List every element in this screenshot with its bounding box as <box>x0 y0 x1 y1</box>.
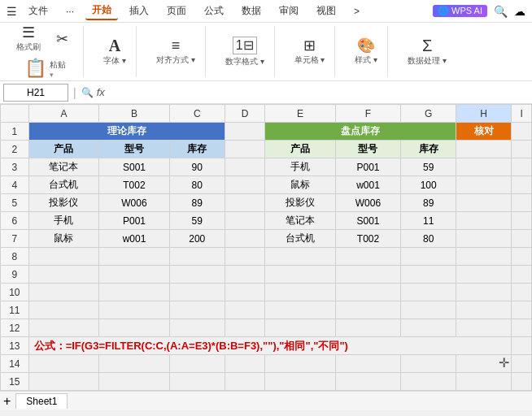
cell-A3[interactable]: 笔记本 <box>28 158 99 176</box>
cell-D8[interactable] <box>225 248 264 266</box>
cell-C5[interactable]: 89 <box>169 194 225 212</box>
cell-H1[interactable]: 核对 <box>456 123 512 141</box>
cell-G14[interactable] <box>401 355 456 373</box>
cell-C9[interactable] <box>169 266 225 284</box>
cell-F2[interactable]: 型号 <box>335 141 400 158</box>
cell-I5[interactable] <box>512 194 532 212</box>
cell-E11[interactable] <box>265 301 336 319</box>
cell-C11[interactable] <box>169 301 225 319</box>
cell-I1[interactable] <box>512 123 532 141</box>
cell-reference-input[interactable]: H21 <box>3 84 68 102</box>
cell-D14[interactable] <box>225 355 264 373</box>
cell-G3[interactable]: 59 <box>401 158 456 176</box>
col-header-E[interactable]: E <box>265 105 336 123</box>
tab-file[interactable]: 文件 <box>22 2 55 20</box>
add-sheet-button[interactable]: + <box>3 394 11 409</box>
sheet-tab-sheet1[interactable]: Sheet1 <box>15 393 68 409</box>
cell-G15[interactable] <box>401 373 456 391</box>
zoom-controls[interactable]: 🔍 <box>81 87 94 98</box>
cell-G10[interactable] <box>401 284 456 301</box>
cell-A12[interactable] <box>28 319 99 337</box>
col-header-B[interactable]: B <box>99 105 170 123</box>
cell-A4[interactable]: 台式机 <box>28 176 99 194</box>
cell-G8[interactable] <box>401 248 456 266</box>
cell-H12[interactable] <box>456 319 512 337</box>
cell-A13-formula[interactable]: 公式：=IF(G3=FILTER(C:C,(A:A=E3)*(B:B=F3),"… <box>28 337 512 355</box>
cell-I10[interactable] <box>512 284 532 301</box>
cell-A10[interactable] <box>28 284 99 301</box>
cell-A6[interactable]: 手机 <box>28 212 99 230</box>
alignment-button[interactable]: ≡ 对齐方式 ▾ <box>153 37 198 67</box>
col-header-G[interactable]: G <box>401 105 456 123</box>
tab-more[interactable]: ··· <box>59 4 81 19</box>
wps-ai-button[interactable]: 🌐 WPS AI <box>433 5 487 17</box>
cell-A14[interactable] <box>28 355 99 373</box>
cell-E7[interactable]: 台式机 <box>265 230 336 248</box>
cell-F8[interactable] <box>335 248 400 266</box>
cell-B2[interactable]: 型号 <box>99 141 170 158</box>
col-header-D[interactable]: D <box>225 105 264 123</box>
cell-D3[interactable] <box>225 158 264 176</box>
cell-E3[interactable]: 手机 <box>265 158 336 176</box>
cell-C6[interactable]: 59 <box>169 212 225 230</box>
paste-button[interactable]: 📋 粘贴 ▾ <box>21 56 69 80</box>
cell-G11[interactable] <box>401 301 456 319</box>
cell-B12[interactable] <box>99 319 170 337</box>
cell-C15[interactable] <box>169 373 225 391</box>
cell-H14[interactable]: ✛ <box>456 355 512 373</box>
tab-page[interactable]: 页面 <box>160 2 193 20</box>
cell-E9[interactable] <box>265 266 336 284</box>
cell-C8[interactable] <box>169 248 225 266</box>
col-header-A[interactable]: A <box>28 105 99 123</box>
cell-E14[interactable] <box>265 355 336 373</box>
cell-A11[interactable] <box>28 301 99 319</box>
cell-H8[interactable] <box>456 248 512 266</box>
cell-B6[interactable]: P001 <box>99 212 170 230</box>
cell-D11[interactable] <box>225 301 264 319</box>
col-header-F[interactable]: F <box>335 105 400 123</box>
cell-D1[interactable] <box>225 123 264 141</box>
cell-G9[interactable] <box>401 266 456 284</box>
cell-I3[interactable] <box>512 158 532 176</box>
cell-H15[interactable] <box>456 373 512 391</box>
cell-I11[interactable] <box>512 301 532 319</box>
cell-D15[interactable] <box>225 373 264 391</box>
style-button[interactable]: 🎨 样式 ▾ <box>351 37 381 67</box>
cell-I8[interactable] <box>512 248 532 266</box>
cell-C3[interactable]: 90 <box>169 158 225 176</box>
cell-F10[interactable] <box>335 284 400 301</box>
cell-I12[interactable] <box>512 319 532 337</box>
cell-F4[interactable]: w001 <box>335 176 400 194</box>
cell-A8[interactable] <box>28 248 99 266</box>
cell-A9[interactable] <box>28 266 99 284</box>
cell-H9[interactable] <box>456 266 512 284</box>
cell-H4[interactable] <box>456 176 512 194</box>
cell-F9[interactable] <box>335 266 400 284</box>
cell-G5[interactable]: 89 <box>401 194 456 212</box>
font-button[interactable]: A 字体 ▾ <box>100 36 129 68</box>
cell-B7[interactable]: w001 <box>99 230 170 248</box>
col-header-I[interactable]: I <box>512 105 532 123</box>
cell-B3[interactable]: S001 <box>99 158 170 176</box>
cell-E2[interactable]: 产品 <box>265 141 336 158</box>
cell-C2[interactable]: 库存 <box>169 141 225 158</box>
cell-I13[interactable] <box>512 337 532 355</box>
cell-F11[interactable] <box>335 301 400 319</box>
cell-D5[interactable] <box>225 194 264 212</box>
tab-home[interactable]: 开始 <box>85 2 118 20</box>
tab-data[interactable]: 数据 <box>235 2 268 20</box>
cell-B9[interactable] <box>99 266 170 284</box>
tab-formula[interactable]: 公式 <box>198 2 230 20</box>
col-header-C[interactable]: C <box>169 105 225 123</box>
cut-button[interactable]: ✂ <box>47 30 76 48</box>
cell-F5[interactable]: W006 <box>335 194 400 212</box>
cell-H2[interactable] <box>456 141 512 158</box>
cell-H10[interactable] <box>456 284 512 301</box>
cell-B15[interactable] <box>99 373 170 391</box>
cell-H6[interactable] <box>456 212 512 230</box>
number-format-button[interactable]: 1⊟ 数字格式 ▾ <box>222 35 268 69</box>
cell-D2[interactable] <box>225 141 264 158</box>
cell-C12[interactable] <box>169 319 225 337</box>
formula-input[interactable] <box>108 84 529 102</box>
cell-F3[interactable]: P001 <box>335 158 400 176</box>
